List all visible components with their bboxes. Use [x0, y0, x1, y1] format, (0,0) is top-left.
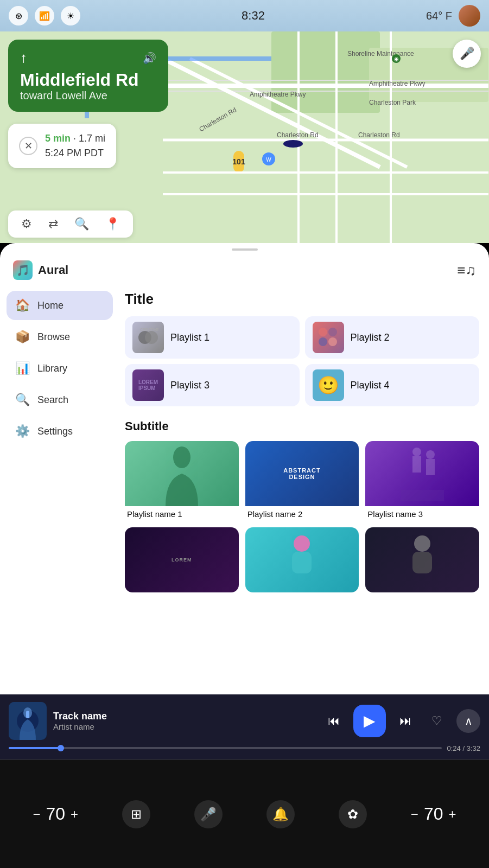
mic-icon[interactable]: 🎤 — [194, 800, 223, 828]
library-icon: 📊 — [15, 361, 30, 375]
abstract-design-label: ABSTRACTDESIGN — [283, 467, 321, 480]
bell-icon[interactable]: 🔔 — [266, 800, 295, 828]
playlist-label-1: Playlist name 1 — [125, 506, 239, 519]
sidebar-item-home[interactable]: 🏠 Home — [7, 291, 113, 320]
vol-right-plus[interactable]: + — [448, 807, 456, 822]
playlist-card-1[interactable]: CREATIVE Playlist 1 — [125, 316, 300, 359]
svg-point-24 — [283, 140, 303, 148]
progress-dot — [58, 745, 64, 751]
sidebar-item-library[interactable]: 📊 Library — [7, 354, 113, 383]
queue-icon[interactable]: ≡♫ — [457, 262, 476, 279]
svg-text:Charleston Park: Charleston Park — [369, 99, 416, 106]
playlist-img-2: ABSTRACTDESIGN — [245, 441, 359, 506]
vol-left-plus[interactable]: + — [71, 807, 78, 822]
svg-text:CREATIVE: CREATIVE — [140, 328, 159, 331]
named-playlist-card-3[interactable]: Playlist name 3 — [365, 441, 479, 519]
sidebar-label-settings: Settings — [37, 426, 73, 437]
app-header: 🎵 Aural ≡♫ — [0, 251, 489, 285]
playlist-name-2: Playlist 2 — [351, 332, 390, 343]
sidebar-item-settings[interactable]: ⚙️ Settings — [7, 417, 113, 446]
svg-point-36 — [412, 448, 421, 456]
svg-text:◉: ◉ — [394, 56, 399, 62]
vol-right-minus[interactable]: − — [411, 807, 418, 822]
eta-close-button[interactable]: ✕ — [19, 137, 37, 155]
nav-card-top: ↑ 🔊 — [20, 49, 156, 66]
progress-bar[interactable] — [9, 747, 442, 749]
sidebar-item-browse[interactable]: 📦 Browse — [7, 322, 113, 352]
svg-rect-44 — [412, 552, 432, 573]
signal-icon: 📶 — [35, 6, 54, 25]
progress-bar-container: 0:24 / 3:32 — [0, 740, 489, 752]
drag-handle-area — [0, 243, 489, 251]
svg-rect-37 — [412, 456, 421, 473]
nav-sound-icon[interactable]: 🔊 — [143, 52, 156, 65]
sidebar: 🏠 Home 📦 Browse 📊 Library 🔍 Search ⚙️ Se… — [0, 285, 119, 760]
playlist-thumb-3: LOREMIPSUM — [132, 369, 164, 401]
left-volume: − 70 + — [33, 804, 78, 824]
svg-text:W: W — [266, 157, 271, 163]
expand-button[interactable]: ∧ — [456, 709, 480, 733]
music-app: 🎵 Aural ≡♫ 🏠 Home 📦 Browse 📊 Library 🔍 S… — [0, 243, 489, 760]
svg-text:Charleston Rd: Charleston Rd — [358, 131, 400, 139]
map-toolbar: ⚙ ⇄ 🔍 📍 — [8, 210, 133, 238]
prev-button[interactable]: ⏮ — [322, 709, 346, 733]
player-bar: Track name Artist name ⏮ ▶ ⏭ ♡ ∧ 0:24 / … — [0, 694, 489, 760]
location-icon[interactable]: 📍 — [105, 217, 120, 231]
eta-duration: 5 min — [45, 133, 71, 144]
current-time: 0:24 — [447, 744, 461, 752]
playlist-5-img — [285, 533, 318, 587]
named-playlist-card-6[interactable] — [365, 527, 479, 592]
play-button[interactable]: ▶ — [353, 705, 386, 737]
eta-separator: · — [73, 133, 79, 144]
player-controls: ⏮ ▶ ⏭ ♡ ∧ — [322, 705, 480, 737]
fan-icon[interactable]: ✿ — [339, 800, 367, 828]
player-artist-name: Artist name — [53, 722, 315, 731]
playlist-2-art — [317, 327, 339, 348]
lorem-badge: LOREM — [172, 557, 192, 563]
total-time: 3:32 — [467, 744, 480, 752]
playlist-img-5 — [245, 527, 359, 592]
app-logo-area: 🎵 Aural — [13, 260, 68, 280]
named-playlist-card-2[interactable]: ABSTRACTDESIGN Playlist name 2 — [245, 441, 359, 519]
settings-icon[interactable]: ⚙ — [21, 217, 32, 231]
right-volume: − 70 + — [411, 804, 456, 824]
map-section: 101 W Charleston Rd Charleston Rd Charle… — [0, 31, 489, 243]
svg-rect-48 — [26, 711, 29, 718]
featured-playlist-grid: CREATIVE Playlist 1 Playlist — [125, 316, 479, 406]
app-name: Aural — [38, 263, 68, 277]
routes-icon[interactable]: ⇄ — [48, 217, 58, 231]
playlist-card-4[interactable]: 🙂 Playlist 4 — [305, 364, 480, 406]
user-avatar[interactable] — [459, 5, 480, 27]
vol-left-minus[interactable]: − — [33, 807, 40, 822]
home-icon: 🏠 — [15, 298, 30, 312]
status-time: 8:32 — [242, 9, 265, 23]
playlist-card-3[interactable]: LOREMIPSUM Playlist 3 — [125, 364, 300, 406]
sidebar-item-search[interactable]: 🔍 Search — [7, 385, 113, 414]
app-body: 🏠 Home 📦 Browse 📊 Library 🔍 Search ⚙️ Se… — [0, 285, 489, 760]
navigation-card: ↑ 🔊 Middlefield Rd toward Lowell Ave — [8, 40, 168, 112]
vol-right-number: 70 — [424, 804, 443, 824]
named-playlist-card-4[interactable]: LOREM — [125, 527, 239, 592]
voice-button[interactable]: 🎤 — [453, 40, 481, 68]
named-playlist-row-2: LOREM — [125, 527, 479, 592]
brightness-icon: ☀ — [61, 6, 80, 25]
status-bar: ⊛ 📶 ☀ 8:32 64° F — [0, 0, 489, 31]
section-title: Title — [125, 291, 479, 308]
named-playlist-card-5[interactable] — [245, 527, 359, 592]
playlist-card-2[interactable]: Playlist 2 — [305, 316, 480, 359]
svg-text:Amphitheatre Pkwy: Amphitheatre Pkwy — [369, 80, 425, 87]
player-track-name: Track name — [53, 711, 315, 722]
status-left: ⊛ 📶 ☀ — [9, 6, 80, 25]
playlist-6-img — [406, 533, 439, 587]
search-icon[interactable]: 🔍 — [74, 217, 89, 231]
next-button[interactable]: ⏭ — [393, 709, 417, 733]
status-right: 64° F — [426, 5, 480, 27]
nav-street: Middlefield Rd — [20, 71, 156, 90]
eta-info: 5 min · 1.7 mi 5:24 PM PDT — [45, 131, 105, 161]
svg-point-29 — [145, 331, 158, 344]
named-playlist-card-1[interactable]: Playlist name 1 — [125, 441, 239, 519]
like-button[interactable]: ♡ — [425, 709, 449, 733]
grid-icon[interactable]: ⊞ — [122, 800, 150, 828]
playlist-thumb-4: 🙂 — [313, 369, 344, 401]
bottom-nav-main: − 70 + ⊞ 🎤 🔔 ✿ − 70 + — [0, 760, 489, 868]
